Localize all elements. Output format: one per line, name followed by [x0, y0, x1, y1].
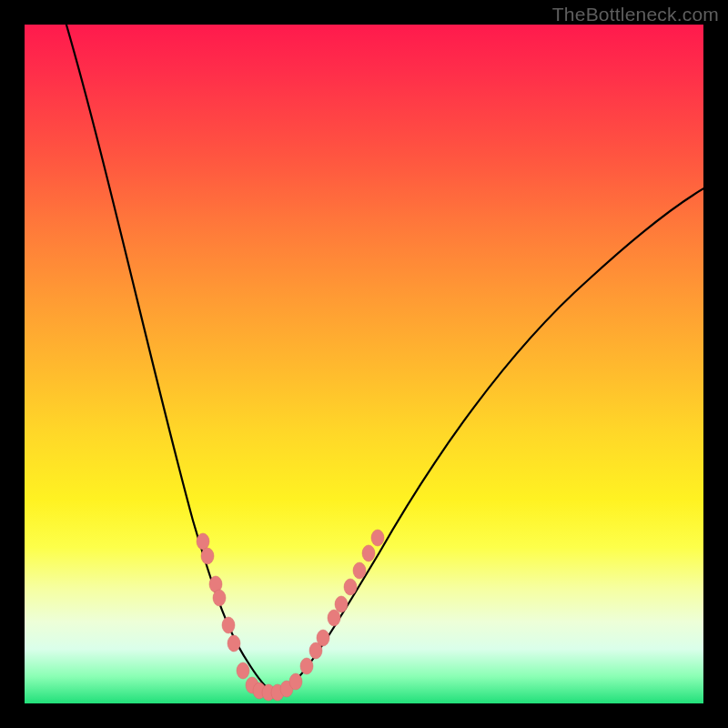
data-dot — [237, 662, 249, 679]
data-dot — [353, 562, 366, 579]
curve-left-branch — [64, 25, 273, 692]
data-dot — [213, 590, 226, 606]
data-dot — [289, 673, 302, 690]
data-dot — [300, 658, 313, 674]
watermark-text: TheBottleneck.com — [552, 4, 719, 25]
outer-frame: TheBottleneck.com — [0, 0, 728, 728]
data-dot — [197, 533, 209, 550]
plot-area — [25, 25, 703, 703]
data-dot — [317, 630, 329, 646]
data-dot — [228, 635, 240, 652]
data-dot — [328, 610, 340, 626]
curve-group — [64, 25, 703, 692]
data-dot — [335, 596, 348, 612]
data-dot — [362, 545, 375, 561]
data-dot — [201, 548, 214, 564]
data-dot — [222, 617, 235, 633]
chart-svg — [25, 25, 703, 703]
data-dot — [371, 530, 384, 546]
data-dot — [344, 579, 357, 595]
